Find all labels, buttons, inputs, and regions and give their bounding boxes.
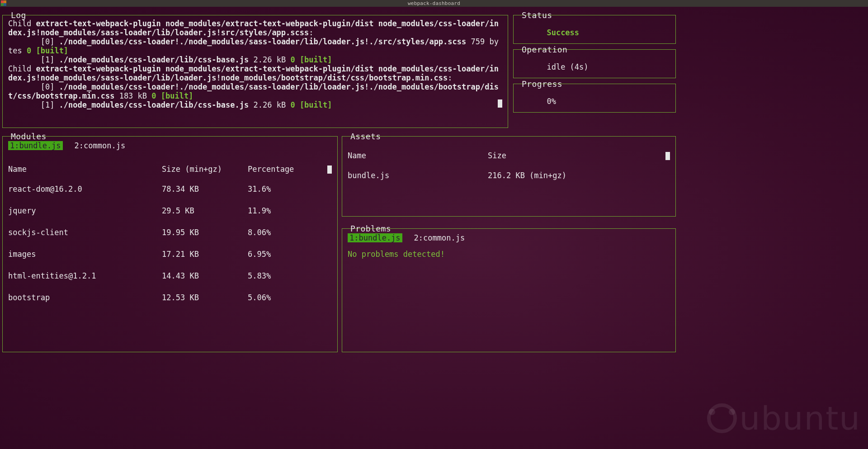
- window-title: webpack-dashboard: [408, 0, 460, 6]
- cursor-icon: [327, 165, 332, 174]
- status-value: Success: [547, 28, 579, 37]
- col-name: Name: [348, 151, 488, 160]
- tab-common-js[interactable]: 2:common.js: [412, 233, 467, 242]
- col-name: Name: [8, 165, 162, 174]
- assets-table: Name Size bundle.js 216.2 KB (min+gz): [342, 137, 675, 186]
- assets-pane: Assets Name Size bundle.js 216.2 KB (min…: [342, 136, 676, 217]
- tab-bundle-js[interactable]: 1:bundle.js: [348, 233, 402, 242]
- problems-message: No problems detected!: [348, 245, 670, 259]
- table-row: images 17.21 KB 6.95%: [8, 243, 332, 265]
- tab-common-js[interactable]: 2:common.js: [73, 141, 127, 150]
- problems-pane: Problems 1:bundle.js2:common.js No probl…: [342, 228, 676, 352]
- operation-value: idle (4s): [547, 62, 588, 71]
- log-content[interactable]: Child extract-text-webpack-plugin node_m…: [3, 15, 508, 114]
- cursor-icon: [498, 99, 502, 108]
- col-size: Size: [488, 151, 623, 160]
- col-size: Size (min+gz): [162, 165, 248, 174]
- ubuntu-circle-icon: [707, 403, 737, 433]
- assets-pane-title: Assets: [349, 132, 382, 141]
- log-pane-title: Log: [9, 10, 28, 20]
- table-row: jquery 29.5 KB 11.9%: [8, 200, 332, 222]
- tab-bundle-js[interactable]: 1:bundle.js: [8, 141, 63, 150]
- table-row: bundle.js 216.2 KB (min+gz): [348, 165, 670, 186]
- log-pane: Log Child extract-text-webpack-plugin no…: [2, 15, 508, 128]
- progress-pane-title: Progress: [520, 79, 564, 89]
- titlebar: webpack-dashboard: [0, 0, 868, 7]
- ubuntu-logo: ubuntu: [707, 399, 861, 437]
- modules-pane-title: Modules: [9, 132, 48, 141]
- modules-pane: Modules 1:bundle.js2:common.js Name Size…: [2, 136, 338, 352]
- col-percentage: Percentage: [248, 165, 320, 174]
- window-icon: [1, 0, 6, 6]
- assets-header-row: Name Size: [348, 143, 670, 165]
- modules-table: Name Size (min+gz) Percentage react-dom@…: [3, 150, 337, 308]
- status-pane: Status Success: [513, 15, 676, 44]
- table-row: html-entities@1.2.1 14.43 KB 5.83%: [8, 265, 332, 287]
- table-row: bootstrap 12.53 KB 5.06%: [8, 287, 332, 308]
- modules-header-row: Name Size (min+gz) Percentage: [8, 156, 332, 178]
- operation-pane-title: Operation: [520, 45, 569, 54]
- operation-pane: Operation idle (4s): [513, 49, 676, 78]
- progress-value: 0%: [547, 97, 556, 106]
- table-row: sockjs-client 19.95 KB 8.06%: [8, 222, 332, 243]
- status-pane-title: Status: [520, 10, 554, 20]
- terminal-surface: Log Child extract-text-webpack-plugin no…: [0, 7, 868, 449]
- progress-pane: Progress 0%: [513, 84, 676, 113]
- problems-pane-title: Problems: [349, 224, 393, 233]
- cursor-icon: [665, 152, 670, 160]
- modules-tabs: 1:bundle.js2:common.js: [3, 137, 337, 150]
- table-row: react-dom@16.2.0 78.34 KB 31.6%: [8, 178, 332, 200]
